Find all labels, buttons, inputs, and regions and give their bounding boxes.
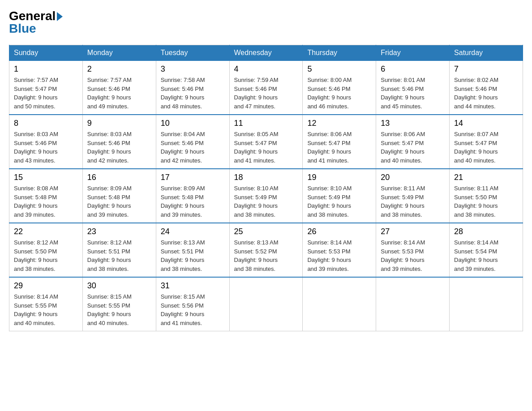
table-row: 2 Sunrise: 7:57 AMSunset: 5:46 PMDayligh… (82, 61, 156, 115)
day-info: Sunrise: 8:01 AMSunset: 5:46 PMDaylight:… (381, 77, 425, 110)
day-number: 31 (161, 281, 225, 291)
header-sunday: Sunday (9, 45, 83, 61)
table-row: 27 Sunrise: 8:14 AMSunset: 5:53 PMDaylig… (376, 223, 450, 277)
table-row: 11 Sunrise: 8:05 AMSunset: 5:47 PMDaylig… (229, 115, 303, 169)
day-info: Sunrise: 8:10 AMSunset: 5:49 PMDaylight:… (307, 185, 352, 218)
day-number: 14 (454, 119, 518, 128)
day-info: Sunrise: 8:09 AMSunset: 5:48 PMDaylight:… (87, 185, 132, 218)
day-number: 2 (87, 64, 151, 74)
table-row: 14 Sunrise: 8:07 AMSunset: 5:47 PMDaylig… (450, 115, 523, 169)
logo: General Blue (9, 9, 63, 36)
day-info: Sunrise: 8:13 AMSunset: 5:51 PMDaylight:… (161, 239, 205, 272)
header-saturday: Saturday (450, 45, 523, 61)
header-friday: Friday (376, 45, 450, 61)
day-info: Sunrise: 8:15 AMSunset: 5:55 PMDaylight:… (87, 293, 132, 326)
day-info: Sunrise: 8:14 AMSunset: 5:53 PMDaylight:… (381, 239, 425, 272)
day-number: 28 (454, 227, 518, 236)
calendar-week-row: 29 Sunrise: 8:14 AMSunset: 5:55 PMDaylig… (9, 277, 523, 331)
day-number: 25 (234, 227, 298, 236)
table-row: 31 Sunrise: 8:15 AMSunset: 5:56 PMDaylig… (156, 277, 229, 331)
day-info: Sunrise: 8:10 AMSunset: 5:49 PMDaylight:… (234, 185, 279, 218)
day-info: Sunrise: 8:12 AMSunset: 5:50 PMDaylight:… (14, 239, 58, 272)
day-number: 29 (14, 281, 78, 291)
day-number: 20 (381, 173, 445, 182)
day-info: Sunrise: 8:05 AMSunset: 5:47 PMDaylight:… (234, 131, 279, 164)
table-row: 17 Sunrise: 8:09 AMSunset: 5:48 PMDaylig… (156, 169, 229, 223)
day-number: 26 (307, 227, 371, 236)
day-number: 9 (87, 119, 151, 128)
day-number: 6 (381, 64, 445, 74)
day-info: Sunrise: 7:57 AMSunset: 5:47 PMDaylight:… (14, 77, 58, 110)
day-info: Sunrise: 8:14 AMSunset: 5:53 PMDaylight:… (307, 239, 352, 272)
logo-blue-text: Blue (9, 21, 36, 36)
logo-triangle-icon (57, 12, 63, 21)
table-row: 30 Sunrise: 8:15 AMSunset: 5:55 PMDaylig… (82, 277, 156, 331)
day-number: 19 (307, 173, 371, 182)
day-info: Sunrise: 7:57 AMSunset: 5:46 PMDaylight:… (87, 77, 132, 110)
table-row: 4 Sunrise: 7:59 AMSunset: 5:46 PMDayligh… (229, 61, 303, 115)
day-number: 11 (234, 119, 298, 128)
day-info: Sunrise: 7:59 AMSunset: 5:46 PMDaylight:… (234, 77, 279, 110)
page-header: General Blue (9, 9, 523, 36)
day-info: Sunrise: 8:06 AMSunset: 5:47 PMDaylight:… (307, 131, 352, 164)
day-number: 24 (161, 227, 225, 236)
header-wednesday: Wednesday (229, 45, 303, 61)
table-row (376, 277, 450, 331)
day-info: Sunrise: 8:09 AMSunset: 5:48 PMDaylight:… (161, 185, 205, 218)
table-row: 5 Sunrise: 8:00 AMSunset: 5:46 PMDayligh… (303, 61, 376, 115)
day-number: 16 (87, 173, 151, 182)
day-number: 30 (87, 281, 151, 291)
table-row: 6 Sunrise: 8:01 AMSunset: 5:46 PMDayligh… (376, 61, 450, 115)
calendar-week-row: 22 Sunrise: 8:12 AMSunset: 5:50 PMDaylig… (9, 223, 523, 277)
day-info: Sunrise: 8:11 AMSunset: 5:50 PMDaylight:… (454, 185, 498, 218)
day-number: 17 (161, 173, 225, 182)
table-row: 29 Sunrise: 8:14 AMSunset: 5:55 PMDaylig… (9, 277, 83, 331)
day-info: Sunrise: 8:03 AMSunset: 5:46 PMDaylight:… (14, 131, 58, 164)
day-info: Sunrise: 8:14 AMSunset: 5:55 PMDaylight:… (14, 293, 58, 326)
calendar-week-row: 8 Sunrise: 8:03 AMSunset: 5:46 PMDayligh… (9, 115, 523, 169)
day-info: Sunrise: 8:13 AMSunset: 5:52 PMDaylight:… (234, 239, 279, 272)
day-info: Sunrise: 8:15 AMSunset: 5:56 PMDaylight:… (161, 293, 205, 326)
table-row (450, 277, 523, 331)
table-row: 8 Sunrise: 8:03 AMSunset: 5:46 PMDayligh… (9, 115, 83, 169)
table-row: 23 Sunrise: 8:12 AMSunset: 5:51 PMDaylig… (82, 223, 156, 277)
calendar-week-row: 1 Sunrise: 7:57 AMSunset: 5:47 PMDayligh… (9, 61, 523, 115)
table-row (229, 277, 303, 331)
table-row: 18 Sunrise: 8:10 AMSunset: 5:49 PMDaylig… (229, 169, 303, 223)
day-info: Sunrise: 8:04 AMSunset: 5:46 PMDaylight:… (161, 131, 205, 164)
table-row: 25 Sunrise: 8:13 AMSunset: 5:52 PMDaylig… (229, 223, 303, 277)
day-info: Sunrise: 7:58 AMSunset: 5:46 PMDaylight:… (161, 77, 205, 110)
day-info: Sunrise: 8:07 AMSunset: 5:47 PMDaylight:… (454, 131, 498, 164)
table-row: 3 Sunrise: 7:58 AMSunset: 5:46 PMDayligh… (156, 61, 229, 115)
day-number: 12 (307, 119, 371, 128)
table-row: 12 Sunrise: 8:06 AMSunset: 5:47 PMDaylig… (303, 115, 376, 169)
day-info: Sunrise: 8:08 AMSunset: 5:48 PMDaylight:… (14, 185, 58, 218)
day-info: Sunrise: 8:06 AMSunset: 5:47 PMDaylight:… (381, 131, 425, 164)
day-number: 23 (87, 227, 151, 236)
day-info: Sunrise: 8:02 AMSunset: 5:46 PMDaylight:… (454, 77, 498, 110)
day-info: Sunrise: 8:00 AMSunset: 5:46 PMDaylight:… (307, 77, 352, 110)
day-number: 18 (234, 173, 298, 182)
table-row: 13 Sunrise: 8:06 AMSunset: 5:47 PMDaylig… (376, 115, 450, 169)
table-row: 24 Sunrise: 8:13 AMSunset: 5:51 PMDaylig… (156, 223, 229, 277)
table-row: 15 Sunrise: 8:08 AMSunset: 5:48 PMDaylig… (9, 169, 83, 223)
table-row: 28 Sunrise: 8:14 AMSunset: 5:54 PMDaylig… (450, 223, 523, 277)
day-number: 13 (381, 119, 445, 128)
day-info: Sunrise: 8:11 AMSunset: 5:49 PMDaylight:… (381, 185, 425, 218)
table-row: 20 Sunrise: 8:11 AMSunset: 5:49 PMDaylig… (376, 169, 450, 223)
table-row (303, 277, 376, 331)
table-row: 10 Sunrise: 8:04 AMSunset: 5:46 PMDaylig… (156, 115, 229, 169)
header-monday: Monday (82, 45, 156, 61)
day-number: 27 (381, 227, 445, 236)
day-number: 3 (161, 64, 225, 74)
calendar-table: Sunday Monday Tuesday Wednesday Thursday… (9, 45, 523, 331)
day-number: 10 (161, 119, 225, 128)
table-row: 7 Sunrise: 8:02 AMSunset: 5:46 PMDayligh… (450, 61, 523, 115)
day-number: 5 (307, 64, 371, 74)
day-number: 1 (14, 64, 78, 74)
day-info: Sunrise: 8:03 AMSunset: 5:46 PMDaylight:… (87, 131, 132, 164)
calendar-week-row: 15 Sunrise: 8:08 AMSunset: 5:48 PMDaylig… (9, 169, 523, 223)
weekday-header-row: Sunday Monday Tuesday Wednesday Thursday… (9, 45, 523, 61)
day-number: 4 (234, 64, 298, 74)
day-number: 21 (454, 173, 518, 182)
